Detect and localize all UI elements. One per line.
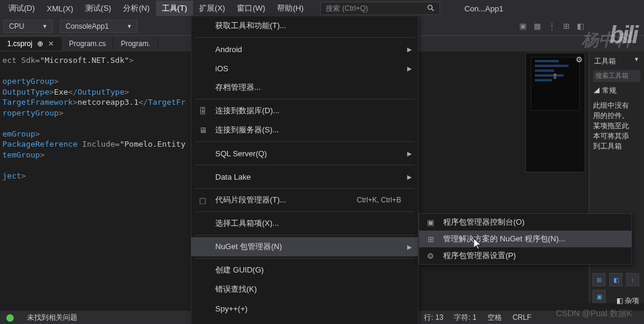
menu-separator	[195, 258, 414, 259]
tools-dropdown-menu: 获取工具和功能(T)... Android▶ iOS▶ 存档管理器... 🗄连接…	[191, 16, 419, 324]
gear-icon[interactable]: ⚙	[576, 55, 583, 64]
pin-handle-icon[interactable]: ⇕	[552, 72, 558, 81]
cpu-label: CPU	[9, 22, 24, 31]
toolbox-title: 工具箱	[594, 56, 616, 66]
menu-separator	[195, 165, 414, 165]
package-icon: ⊞	[425, 235, 436, 244]
menu-separator	[195, 235, 414, 235]
chevron-right-icon: ▶	[407, 46, 412, 53]
snippet-icon: ▢	[197, 196, 208, 205]
tab-label: Program.cs	[69, 40, 106, 48]
menu-snippet-manager[interactable]: ▢代码片段管理器(T)...Ctrl+K, Ctrl+B	[191, 190, 418, 210]
outline-block	[531, 57, 580, 111]
toolbox-help-text: 此组中没有 用的控件。 某项拖至此 本可将其添 到工具箱	[593, 101, 640, 152]
menu-tools[interactable]: 工具(T)	[156, 1, 194, 16]
menu-debug[interactable]: 调试(D)	[2, 1, 41, 16]
misc-label: ◧ 杂项	[616, 296, 639, 306]
menu-extensions[interactable]: 扩展(X)	[193, 1, 231, 16]
submenu-pm-settings[interactable]: ⚙程序包管理器设置(P)	[419, 247, 631, 264]
status-chars[interactable]: 字符: 1	[454, 313, 476, 323]
tab-program[interactable]: Program.	[113, 37, 158, 50]
chevron-right-icon: ▶	[407, 244, 412, 250]
chevron-down-icon: ▼	[127, 23, 132, 29]
menu-separator	[195, 211, 414, 212]
menu-connect-db[interactable]: 🗄连接到数据库(D)...	[191, 101, 418, 120]
menu-sql-server[interactable]: SQL Server(Q)▶	[191, 144, 418, 163]
dock-icon[interactable]: ◧	[609, 273, 622, 286]
watermark-csdn: CSDN @Pual 数据K	[556, 308, 632, 319]
dock-icon[interactable]: ⊞	[592, 273, 606, 286]
menu-archive-manager[interactable]: 存档管理器...	[191, 78, 418, 97]
status-crlf[interactable]: CRLF	[513, 313, 531, 322]
global-search[interactable]: 搜索 (Ctrl+Q)	[320, 2, 440, 15]
nuget-submenu: ▣程序包管理器控制台(O) ⊞管理解决方案的 NuGet 程序包(N)... ⚙…	[419, 213, 632, 265]
dock-icon[interactable]: ▣	[592, 290, 606, 303]
menu-window[interactable]: 窗口(W)	[231, 1, 271, 16]
toolbar-icon[interactable]: ▦	[534, 22, 541, 31]
toolbox-group-general[interactable]: ◢ 常规	[593, 86, 640, 96]
menu-create-guid[interactable]: 创建 GUID(G)	[191, 261, 418, 280]
menu-error-lookup[interactable]: 错误查找(K)	[191, 280, 418, 299]
menubar: 调试(D) XML(X) 测试(S) 分析(N) 工具(T) 扩展(X) 窗口(…	[0, 0, 644, 17]
menu-test[interactable]: 测试(S)	[79, 1, 117, 16]
menu-analyze[interactable]: 分析(N)	[117, 1, 155, 16]
status-space[interactable]: 空格	[487, 313, 502, 323]
code-editor[interactable]: ect Sdk="Microsoft.NET.Sdk"> opertyGroup…	[0, 52, 192, 303]
menu-ios[interactable]: iOS▶	[191, 59, 418, 78]
toolbar-icon[interactable]: ⋮	[548, 22, 556, 31]
app-title: Con...App1	[464, 4, 503, 13]
tab-csproj[interactable]: 1.csproj ⊕ ✕	[0, 37, 62, 50]
menu-get-tools[interactable]: 获取工具和功能(T)...	[191, 16, 418, 35]
submenu-manage-nuget[interactable]: ⊞管理解决方案的 NuGet 程序包(N)...	[419, 231, 631, 247]
server-icon: 🖥	[197, 126, 208, 135]
menu-help[interactable]: 帮助(H)	[271, 1, 309, 16]
chevron-right-icon: ▶	[407, 65, 412, 72]
project-dropdown[interactable]: ConsoleApp1 ▼	[60, 20, 137, 33]
menu-spy[interactable]: Spy++(+)	[191, 299, 418, 318]
search-icon	[426, 4, 435, 14]
toolbar-icon-group: ▣ ▦ ⋮ ⊞ ◧	[519, 22, 584, 31]
shortcut-label: Ctrl+K, Ctrl+B	[357, 196, 401, 204]
chevron-right-icon: ▶	[407, 150, 412, 157]
menu-choose-toolbox[interactable]: 选择工具箱项(X)...	[191, 214, 418, 233]
mouse-cursor-icon	[474, 238, 483, 253]
chevron-down-icon: ▼	[42, 23, 47, 29]
menu-data-lake[interactable]: Data Lake▶	[191, 167, 418, 186]
cpu-dropdown[interactable]: CPU ▼	[4, 20, 53, 33]
project-label: ConsoleApp1	[65, 22, 109, 31]
tab-label: Program.	[121, 40, 150, 48]
svg-point-0	[428, 5, 432, 9]
chevron-right-icon: ▶	[407, 174, 412, 180]
database-icon: 🗄	[197, 107, 208, 116]
menu-xml[interactable]: XML(X)	[41, 2, 79, 16]
svg-marker-2	[474, 238, 481, 249]
menu-separator	[195, 99, 414, 99]
console-icon: ▣	[425, 218, 436, 227]
status-issues: 未找到相关问题	[27, 313, 77, 323]
svg-line-1	[432, 8, 434, 11]
pin-icon[interactable]: ⊕	[37, 40, 43, 48]
menu-separator	[195, 37, 414, 38]
close-icon[interactable]: ✕	[48, 40, 54, 48]
menu-nuget[interactable]: NuGet 包管理器(N)▶	[191, 237, 418, 256]
menu-separator	[195, 141, 414, 142]
submenu-pm-console[interactable]: ▣程序包管理器控制台(O)	[419, 214, 631, 231]
dock-icon[interactable]: ↕	[626, 273, 639, 286]
toolbar-icon[interactable]: ▣	[519, 22, 526, 31]
search-placeholder: 搜索 (Ctrl+Q)	[326, 4, 368, 14]
toolbox-title-bar: 工具箱 ▼	[593, 55, 640, 68]
status-line[interactable]: 行: 13	[424, 313, 443, 323]
toolbar-icon[interactable]: ⊞	[563, 22, 570, 31]
gear-icon: ⚙	[425, 252, 436, 261]
menu-ildasm[interactable]: ILDasm	[191, 318, 418, 324]
status-ok-icon: ⬤	[6, 313, 14, 322]
chevron-down-icon[interactable]: ▼	[634, 56, 639, 66]
tab-program-cs[interactable]: Program.cs	[62, 37, 113, 50]
menu-separator	[195, 188, 414, 189]
document-outline[interactable]	[525, 53, 585, 172]
toolbox-panel: 工具箱 ▼ 搜索工具箱 ◢ 常规 此组中没有 用的控件。 某项拖至此 本可将其添…	[589, 52, 644, 303]
tab-label: 1.csproj	[7, 40, 32, 48]
menu-connect-server[interactable]: 🖥连接到服务器(S)...	[191, 120, 418, 140]
menu-android[interactable]: Android▶	[191, 40, 418, 59]
toolbox-search[interactable]: 搜索工具箱	[593, 70, 640, 82]
